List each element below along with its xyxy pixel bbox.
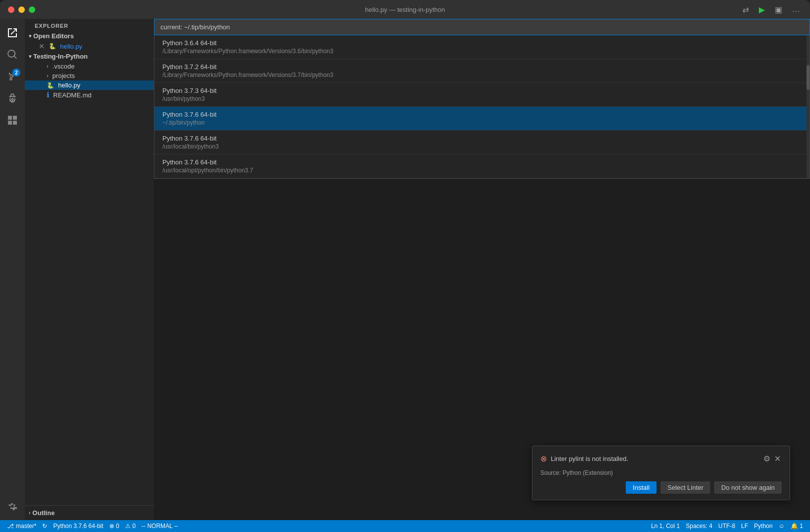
select-linter-button[interactable]: Select Linter	[661, 481, 710, 494]
interpreter-name-2: Python 3.7.3 64-bit	[162, 87, 802, 94]
bell-icon: 🔔 1	[791, 523, 803, 530]
outline-label: Outline	[32, 509, 55, 517]
interpreter-path-2: /usr/bin/python3	[162, 95, 802, 102]
run-button[interactable]: ▶	[757, 4, 767, 15]
minimize-button[interactable]	[18, 6, 25, 13]
readme-file[interactable]: ℹ README.md	[25, 90, 154, 100]
notification-message: ⊗ Linter pylint is not installed.	[540, 454, 628, 463]
status-errors[interactable]: ⊗ 0	[106, 520, 122, 532]
scrollbar-thumb	[807, 65, 810, 90]
outline-header[interactable]: › Outline	[25, 508, 154, 518]
projects-folder[interactable]: › projects	[25, 71, 154, 80]
interpreter-option-2[interactable]: Python 3.7.3 64-bit /usr/bin/python3	[154, 83, 810, 107]
hello-py-icon: 🐍	[47, 82, 54, 89]
activity-item-source-control[interactable]: 2	[2, 67, 22, 86]
main-area: 2 Explorer ▾ Open Editors ✕ 🐍 he	[0, 19, 810, 520]
outline-chevron: ›	[29, 510, 30, 516]
status-interpreter[interactable]: Python 3.7.6 64-bit	[50, 520, 106, 532]
interpreter-search-input[interactable]	[154, 19, 810, 35]
notification-controls: ⚙ ✕	[762, 453, 782, 464]
smiley-icon: ☺	[779, 523, 785, 530]
project-folder-chevron: ▾	[29, 54, 31, 59]
title-actions: ⇄ ▶ ▣ …	[740, 4, 802, 15]
open-editors-label: Open Editors	[33, 32, 74, 40]
sidebar-title: Explorer	[25, 19, 154, 31]
dropdown-scrollbar[interactable]	[807, 35, 810, 178]
errors-label: ⊗ 0	[109, 523, 119, 530]
notification-actions: Install Select Linter Do not show again	[540, 481, 782, 494]
interpreter-name-5: Python 3.7.6 64-bit	[162, 158, 802, 166]
interpreter-name-4: Python 3.7.6 64-bit	[162, 135, 802, 142]
activity-item-extensions[interactable]	[2, 110, 22, 130]
status-smiley[interactable]: ☺	[776, 523, 788, 530]
activity-item-settings[interactable]	[2, 496, 22, 516]
open-editors-chevron: ▾	[29, 33, 31, 39]
readme-info-icon: ℹ	[47, 91, 49, 99]
interpreter-list: Python 3.6.4 64-bit /Library/Frameworks/…	[154, 35, 810, 179]
git-icon: ⎇	[7, 523, 14, 530]
editor-area[interactable]: Python 3.6.4 64-bit /Library/Frameworks/…	[154, 19, 810, 520]
interpreter-path-4: /usr/local/bin/python3	[162, 143, 802, 150]
interpreter-path-0: /Library/Frameworks/Python.framework/Ver…	[162, 48, 802, 55]
do-not-show-button[interactable]: Do not show again	[714, 481, 782, 494]
status-bar: ⎇ master* ↻ Python 3.7.6 64-bit ⊗ 0 ⚠ 0 …	[0, 520, 810, 532]
open-editor-hello-py[interactable]: ✕ 🐍 hello.py	[25, 41, 154, 51]
status-encoding[interactable]: UTF-8	[715, 523, 738, 530]
hello-py-name: hello.py	[58, 81, 80, 89]
project-folder-label: Testing-In-Python	[33, 53, 88, 60]
status-warnings[interactable]: ⚠ 0	[122, 520, 139, 532]
window-title: hello.py — testing-in-python	[365, 6, 445, 13]
interpreter-path-3: ~/.tip/bin/python	[162, 119, 802, 126]
projects-folder-name: projects	[52, 72, 75, 79]
status-refresh[interactable]: ↻	[39, 520, 50, 532]
notification-close-button[interactable]: ✕	[773, 453, 782, 464]
activity-bar: 2	[0, 19, 25, 520]
project-folder-header[interactable]: ▾ Testing-In-Python	[25, 51, 154, 62]
activity-item-explorer[interactable]	[2, 23, 22, 43]
close-button[interactable]	[8, 6, 14, 13]
status-vim-mode: -- NORMAL --	[139, 520, 181, 532]
vscode-folder-name: .vscode	[52, 63, 74, 70]
activity-item-search[interactable]	[2, 45, 22, 65]
interpreter-name-1: Python 3.7.2 64-bit	[162, 63, 802, 71]
more-actions-button[interactable]: …	[790, 4, 802, 15]
status-position[interactable]: Ln 1, Col 1	[648, 523, 683, 530]
interpreter-option-0[interactable]: Python 3.6.4 64-bit /Library/Frameworks/…	[154, 35, 810, 59]
notification-source: Source: Python (Extension)	[540, 469, 782, 476]
position-label: Ln 1, Col 1	[651, 523, 680, 530]
interpreter-name-0: Python 3.6.4 64-bit	[162, 39, 802, 47]
interpreter-label: Python 3.7.6 64-bit	[53, 523, 103, 530]
open-editors-header[interactable]: ▾ Open Editors	[25, 31, 154, 41]
spaces-label: Spaces: 4	[686, 523, 712, 530]
split-editor-button[interactable]: ⇄	[740, 4, 751, 15]
traffic-lights	[8, 6, 35, 13]
encoding-label: UTF-8	[718, 523, 735, 530]
hello-py-file[interactable]: 🐍 hello.py	[25, 80, 154, 90]
interpreter-name-3: Python 3.7.6 64-bit	[162, 111, 802, 118]
close-file-icon[interactable]: ✕	[39, 42, 45, 50]
activity-item-debug[interactable]	[2, 88, 22, 108]
projects-folder-chevron: ›	[47, 73, 48, 78]
layout-button[interactable]: ▣	[773, 4, 784, 15]
language-label: Python	[754, 523, 772, 530]
status-bell[interactable]: 🔔 1	[788, 523, 806, 530]
interpreter-option-5[interactable]: Python 3.7.6 64-bit /usr/local/opt/pytho…	[154, 154, 810, 178]
interpreter-option-3[interactable]: Python 3.7.6 64-bit ~/.tip/bin/python	[154, 107, 810, 131]
interpreter-picker: Python 3.6.4 64-bit /Library/Frameworks/…	[154, 19, 810, 179]
status-branch[interactable]: ⎇ master*	[4, 520, 39, 532]
status-language[interactable]: Python	[751, 523, 775, 530]
branch-name: master*	[16, 523, 36, 530]
interpreter-option-4[interactable]: Python 3.7.6 64-bit /usr/local/bin/pytho…	[154, 131, 810, 154]
notification-toast: ⊗ Linter pylint is not installed. ⚙ ✕ So…	[532, 446, 790, 500]
status-line-ending[interactable]: LF	[738, 523, 751, 530]
notification-header: ⊗ Linter pylint is not installed. ⚙ ✕	[540, 453, 782, 464]
vscode-folder[interactable]: › .vscode	[25, 62, 154, 71]
refresh-icon: ↻	[42, 523, 47, 530]
install-button[interactable]: Install	[626, 481, 657, 494]
status-spaces[interactable]: Spaces: 4	[683, 523, 715, 530]
outline-section: › Outline	[25, 505, 154, 520]
interpreter-option-1[interactable]: Python 3.7.2 64-bit /Library/Frameworks/…	[154, 59, 810, 83]
error-icon: ⊗	[540, 454, 547, 463]
notification-settings-button[interactable]: ⚙	[762, 453, 771, 464]
maximize-button[interactable]	[29, 6, 35, 13]
